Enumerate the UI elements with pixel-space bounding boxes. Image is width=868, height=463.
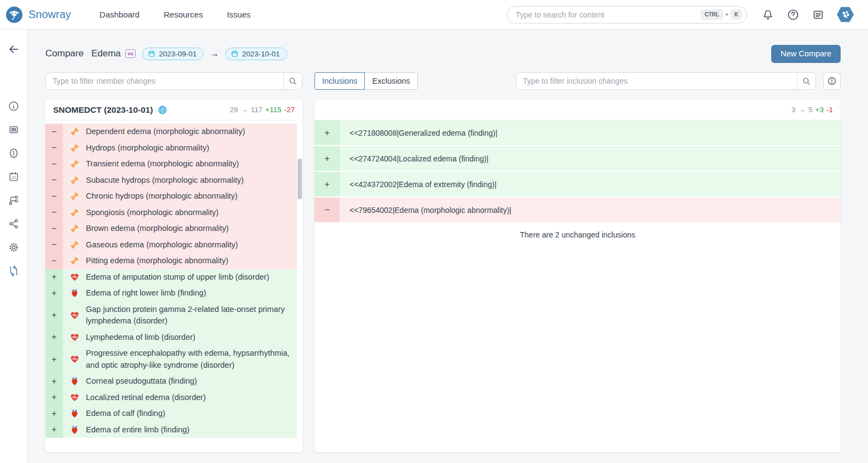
concept-label: Subacute hydrops (morphologic abnormalit… bbox=[86, 172, 297, 189]
change-sign: − bbox=[45, 188, 63, 205]
bone-icon bbox=[70, 208, 79, 217]
change-sign: + bbox=[45, 345, 63, 373]
main-content: Compare Edema vs 2023-09-01 → 2023-10-01… bbox=[27, 30, 868, 463]
member-filter-input[interactable] bbox=[46, 73, 283, 89]
compare-subject: Edema bbox=[91, 48, 121, 59]
shortcut-key-k: K bbox=[731, 9, 742, 20]
nav-item[interactable]: Resources bbox=[164, 10, 203, 19]
date-to-pill[interactable]: 2023-10-01 bbox=[225, 48, 287, 60]
concept-label: Gap junction protein gamma 2-related lat… bbox=[86, 302, 297, 329]
change-sign: + bbox=[45, 373, 63, 390]
bone-icon bbox=[70, 159, 79, 169]
concept-label: Chronic hydrops (morphologic abnormality… bbox=[86, 188, 297, 205]
member-change-row[interactable]: − bbox=[45, 124, 297, 140]
inclusion-stats: 3 → 5 +3 -1 bbox=[791, 106, 833, 114]
calendar-icon bbox=[148, 50, 155, 57]
finding-heart-icon bbox=[70, 288, 79, 298]
inclusion-filter bbox=[516, 72, 816, 90]
bone-icon bbox=[70, 127, 79, 136]
inclusion-filter-search-button[interactable] bbox=[797, 73, 815, 89]
help-icon[interactable] bbox=[787, 8, 800, 21]
finding-heart-icon bbox=[70, 425, 79, 435]
inclusion-info-button[interactable] bbox=[823, 72, 841, 90]
member-change-row[interactable]: + bbox=[45, 373, 297, 390]
change-sign: − bbox=[45, 205, 63, 221]
change-sign: + bbox=[45, 390, 63, 406]
back-arrow-icon[interactable] bbox=[8, 43, 20, 55]
member-change-row[interactable]: + bbox=[45, 406, 297, 422]
share-icon[interactable] bbox=[8, 218, 20, 230]
global-search: CTRL + K bbox=[506, 6, 747, 24]
concept-label: Transient edema (morphologic abnormality… bbox=[86, 156, 297, 172]
member-removed-count: -27 bbox=[284, 106, 295, 114]
change-sign: + bbox=[45, 422, 63, 438]
member-change-row[interactable]: − bbox=[45, 253, 297, 269]
date-from-pill[interactable]: 2023-09-01 bbox=[142, 48, 203, 60]
member-change-row[interactable]: + bbox=[45, 302, 297, 329]
inclusion-change-row[interactable]: + <<424372002|Edema of extremity (findin… bbox=[314, 172, 841, 196]
avatar-icon[interactable] bbox=[837, 7, 854, 22]
member-change-row[interactable]: + bbox=[45, 390, 297, 406]
member-change-row[interactable]: − bbox=[45, 140, 297, 157]
tab-exclusions[interactable]: Exclusions bbox=[364, 72, 417, 90]
info-icon[interactable] bbox=[8, 100, 20, 112]
inclusion-filter-input[interactable] bbox=[516, 73, 797, 89]
search-icon bbox=[802, 77, 811, 86]
member-change-row[interactable]: + bbox=[45, 422, 297, 438]
concept-label: Pitting edema (morphologic abnormality) bbox=[86, 253, 297, 269]
member-change-row[interactable]: + bbox=[45, 329, 297, 346]
disorder-heart-icon bbox=[70, 355, 79, 364]
member-change-row[interactable]: + bbox=[45, 269, 297, 286]
bell-icon[interactable] bbox=[761, 8, 774, 21]
search-icon bbox=[288, 77, 298, 86]
inclusion-change-row[interactable]: + <<274724004|Localized edema (finding)| bbox=[314, 146, 841, 171]
member-change-row[interactable]: − bbox=[45, 205, 297, 221]
concept-label: Edema of right lower limb (finding) bbox=[86, 285, 297, 302]
top-bar: Snowray Dashboard Resources Issues CTRL … bbox=[0, 0, 868, 30]
news-icon[interactable] bbox=[812, 8, 825, 21]
member-stats: 29 → 117 +115 -27 bbox=[230, 106, 295, 114]
global-search-input[interactable] bbox=[515, 10, 701, 20]
document-icon[interactable] bbox=[8, 124, 20, 136]
member-change-row[interactable]: − bbox=[45, 188, 297, 205]
change-sign: − bbox=[314, 198, 340, 222]
calendar-12-icon[interactable]: 12 bbox=[8, 171, 20, 183]
nav-item[interactable]: Issues bbox=[227, 10, 251, 19]
main-nav: Dashboard Resources Issues bbox=[100, 10, 251, 19]
settings-gear-icon[interactable] bbox=[8, 241, 20, 253]
concept-label: Edema of entire limb (finding) bbox=[86, 422, 297, 438]
change-sign: + bbox=[314, 120, 340, 145]
branch-icon[interactable] bbox=[8, 194, 20, 206]
tab-inclusions[interactable]: Inclusions bbox=[314, 72, 365, 90]
vs-icon: vs bbox=[125, 49, 136, 58]
member-change-row[interactable]: − bbox=[45, 156, 297, 172]
change-sign: + bbox=[45, 329, 63, 346]
change-sign: − bbox=[45, 156, 63, 172]
unchanged-inclusions-note: There are 2 unchanged inclusions bbox=[314, 223, 841, 239]
concept-label: Edema of calf (finding) bbox=[86, 406, 297, 422]
member-filter-search-button[interactable] bbox=[283, 73, 302, 89]
left-sidebar: 12 bbox=[0, 30, 27, 463]
member-change-row[interactable]: + bbox=[45, 345, 297, 373]
inclusion-exclusion-tabs: Inclusions Exclusions bbox=[314, 72, 418, 90]
inclusion-change-row[interactable]: + <<271808008|Generalized edema (finding… bbox=[314, 120, 841, 145]
member-scrollbar-thumb[interactable] bbox=[298, 159, 302, 199]
ecl-expression: <<271808008|Generalized edema (finding)| bbox=[340, 120, 841, 145]
calendar-icon bbox=[231, 50, 238, 57]
member-change-row[interactable]: − bbox=[45, 237, 297, 253]
inclusion-change-row[interactable]: − <<79654002|Edema (morphologic abnormal… bbox=[314, 198, 841, 222]
member-change-row[interactable]: − bbox=[45, 172, 297, 189]
ecl-expression: <<79654002|Edema (morphologic abnormalit… bbox=[340, 198, 841, 222]
alert-badge-icon[interactable] bbox=[8, 147, 20, 159]
member-change-row[interactable]: − bbox=[45, 221, 297, 237]
concept-label: Localized retinal edema (disorder) bbox=[86, 390, 297, 406]
disorder-heart-icon bbox=[70, 311, 79, 320]
brand[interactable]: Snowray bbox=[5, 6, 71, 24]
bone-icon bbox=[70, 240, 79, 250]
compare-icon[interactable] bbox=[8, 265, 20, 277]
member-change-row[interactable]: + bbox=[45, 285, 297, 302]
nav-item[interactable]: Dashboard bbox=[100, 10, 139, 19]
new-compare-button[interactable]: New Compare bbox=[771, 45, 841, 63]
change-sign: + bbox=[314, 146, 340, 171]
disorder-heart-icon bbox=[70, 333, 79, 342]
